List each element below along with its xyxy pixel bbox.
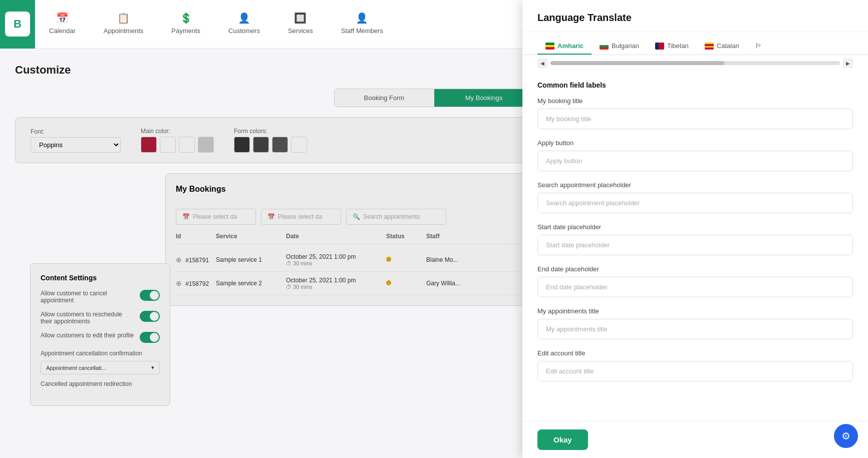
toggle-reschedule-switch[interactable] <box>140 311 160 322</box>
nav-label-customers: Customers <box>228 27 260 35</box>
cancellation-dropdown[interactable]: Appointment cancellati... ▾ <box>41 361 160 374</box>
tab-booking-form[interactable]: Booking Form <box>335 89 434 107</box>
calendar-icon-start: 📅 <box>182 213 190 220</box>
tab-my-bookings[interactable]: My Bookings <box>434 89 534 107</box>
logo-icon: B <box>5 12 30 37</box>
field-label-5: My appointments title <box>537 307 853 315</box>
form-color-dark2[interactable] <box>253 137 269 153</box>
payments-icon: 💲 <box>180 12 192 24</box>
services-icon: 🔲 <box>294 12 307 24</box>
color-swatch-white[interactable] <box>160 137 176 153</box>
col-header-staff: Staff <box>426 233 486 240</box>
lang-label-tibetan: Tibetan <box>667 42 689 50</box>
lang-label-amharic: Amharic <box>557 42 584 50</box>
field-input-appointments-title[interactable] <box>537 319 853 339</box>
field-my-booking-title: My booking title <box>537 97 853 129</box>
field-input-start-date[interactable] <box>537 235 853 255</box>
font-label: Font: <box>31 128 121 135</box>
search-text: Search appointments <box>363 213 420 220</box>
col-header-service: Service <box>216 233 286 240</box>
help-button[interactable]: ⚙ <box>834 424 858 448</box>
scrollbar-row: ◀ ▶ <box>522 55 868 71</box>
language-tabs: Amharic Bulgarian Tibetan Catalan 🏳 <box>522 32 868 55</box>
field-label-3: Start date placeholder <box>537 223 853 231</box>
lang-tab-more[interactable]: 🏳 <box>747 38 770 55</box>
flag-catalan <box>705 43 714 50</box>
bookings-title: My Bookings <box>176 185 226 194</box>
toggle-cancel-switch[interactable] <box>140 290 160 301</box>
col-header-id: Id <box>176 233 216 240</box>
nav-item-services[interactable]: 🔲 Services <box>274 0 327 48</box>
field-input-edit-account[interactable] <box>537 361 853 381</box>
okay-button[interactable]: Okay <box>537 429 588 450</box>
row1-id: ⊕ #158791 <box>176 256 216 264</box>
right-panel: Language Translate Amharic Bulgarian Tib… <box>522 0 868 458</box>
toggle-edit-profile: Allow customers to edit their profile <box>41 332 160 343</box>
search-filter[interactable]: 🔍 Search appointments <box>346 209 446 225</box>
field-start-date: Start date placeholder <box>537 223 853 255</box>
start-date-text: Please select da <box>193 213 237 220</box>
field-end-date: End date placeholder <box>537 265 853 297</box>
cancellation-label-group: Appointment cancellation confirmation <box>41 350 160 357</box>
field-input-my-booking-title[interactable] <box>537 109 853 129</box>
field-input-end-date[interactable] <box>537 277 853 297</box>
toggle-edit-label: Allow customers to edit their profile <box>41 332 135 339</box>
end-date-filter[interactable]: 📅 Please select da <box>261 209 341 225</box>
redirect-label-group: Cancelled appointment redirection <box>41 380 160 387</box>
row2-status <box>386 280 426 287</box>
scroll-thumb <box>550 61 724 65</box>
lang-tab-catalan[interactable]: Catalan <box>697 38 747 55</box>
toggle-reschedule: Allow customers to reschedule their appo… <box>41 311 160 325</box>
cancellation-label: Appointment cancellation confirmation <box>41 350 160 357</box>
section-title: Common field labels <box>537 81 853 89</box>
toggle-edit-switch[interactable] <box>140 332 160 343</box>
chevron-icon: ▾ <box>151 364 154 371</box>
appointments-icon: 📋 <box>117 12 130 24</box>
main-color-swatch[interactable] <box>141 137 157 153</box>
main-color-label: Main color: <box>141 128 214 135</box>
lang-tab-amharic[interactable]: Amharic <box>537 38 592 55</box>
nav-logo[interactable]: B <box>0 0 35 49</box>
field-apply-button: Apply button <box>537 139 853 171</box>
form-color-row <box>234 137 307 153</box>
flag-bulgarian <box>600 43 609 50</box>
main-color-row <box>141 137 214 153</box>
nav-label-payments: Payments <box>171 27 200 35</box>
nav-label-calendar: Calendar <box>49 27 76 35</box>
form-color-dark[interactable] <box>234 137 250 153</box>
color-swatch-gray[interactable] <box>198 137 214 153</box>
end-date-text: Please select da <box>278 213 322 220</box>
row2-id: ⊕ #158792 <box>176 279 216 287</box>
panel-footer: Okay <box>522 421 868 458</box>
redirect-label: Cancelled appointment redirection <box>41 380 160 387</box>
col-header-date: Date <box>286 233 386 240</box>
toggle-cancel: Allow customer to cancel appointment <box>41 290 160 304</box>
form-color-white[interactable] <box>291 137 307 153</box>
field-input-search-placeholder[interactable] <box>537 193 853 213</box>
nav-item-appointments[interactable]: 📋 Appointments <box>90 0 158 48</box>
form-colors-group: Form colors: <box>234 128 307 153</box>
nav-item-staff-members[interactable]: 👤 Staff Members <box>327 0 397 48</box>
start-date-filter[interactable]: 📅 Please select da <box>176 209 256 225</box>
lang-tab-tibetan[interactable]: Tibetan <box>647 38 697 55</box>
nav-label-staff: Staff Members <box>341 27 383 35</box>
cancellation-value: Appointment cancellati... <box>46 365 106 371</box>
field-label-4: End date placeholder <box>537 265 853 273</box>
content-settings-title: Content Settings <box>41 274 160 282</box>
content-settings-card: Content Settings Allow customer to cance… <box>30 263 170 406</box>
scroll-left-arrow[interactable]: ◀ <box>537 58 547 68</box>
nav-item-calendar[interactable]: 📅 Calendar <box>35 0 90 48</box>
field-label-1: Apply button <box>537 139 853 147</box>
form-colors-label: Form colors: <box>234 128 307 135</box>
font-group: Font: Poppins <box>31 128 121 153</box>
form-color-dark3[interactable] <box>272 137 288 153</box>
field-input-apply-button[interactable] <box>537 151 853 171</box>
color-swatch-white2[interactable] <box>179 137 195 153</box>
scroll-right-arrow[interactable]: ▶ <box>843 58 853 68</box>
nav-item-customers[interactable]: 👤 Customers <box>214 0 274 48</box>
row2-date: October 25, 2021 1:00 pm ⏱ 30 mins <box>286 277 386 290</box>
font-select[interactable]: Poppins <box>31 137 121 153</box>
scroll-track[interactable] <box>550 61 840 65</box>
nav-item-payments[interactable]: 💲 Payments <box>157 0 214 48</box>
lang-tab-bulgarian[interactable]: Bulgarian <box>592 38 647 55</box>
